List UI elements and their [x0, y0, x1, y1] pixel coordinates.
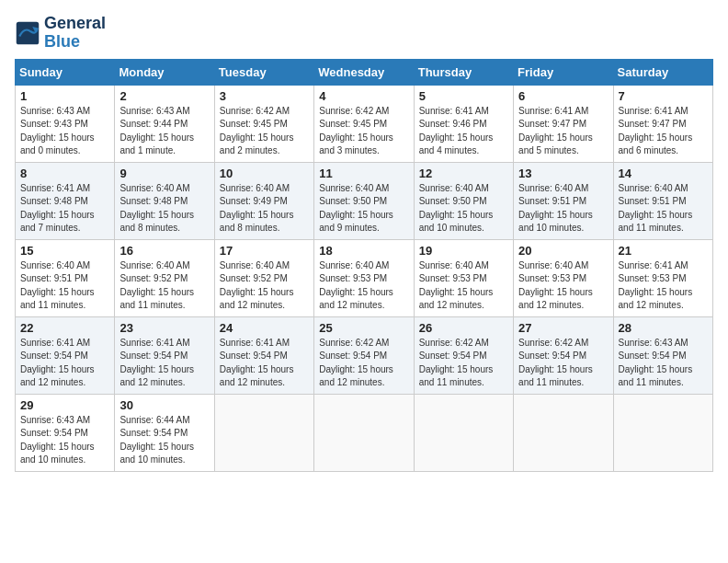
calendar-cell [613, 394, 712, 471]
calendar-cell: 7Sunrise: 6:41 AMSunset: 9:47 PMDaylight… [613, 85, 712, 162]
day-number: 8 [20, 167, 109, 180]
calendar-header-friday: Friday [514, 59, 613, 85]
day-info: Sunrise: 6:40 AMSunset: 9:48 PMDaylight:… [119, 182, 209, 236]
day-info: Sunrise: 6:40 AMSunset: 9:53 PMDaylight:… [319, 259, 408, 313]
day-number: 26 [419, 321, 508, 335]
day-number: 22 [20, 321, 109, 335]
day-number: 5 [419, 89, 508, 103]
calendar-cell: 10Sunrise: 6:40 AMSunset: 9:49 PMDayligh… [214, 162, 313, 239]
calendar-header-saturday: Saturday [613, 59, 712, 85]
day-info: Sunrise: 6:42 AMSunset: 9:54 PMDaylight:… [319, 337, 408, 390]
day-number: 15 [20, 244, 109, 258]
day-number: 28 [619, 321, 708, 335]
calendar-body: 1Sunrise: 6:43 AMSunset: 9:43 PMDaylight… [16, 85, 713, 471]
calendar-week-row: 8Sunrise: 6:41 AMSunset: 9:48 PMDaylight… [16, 162, 713, 239]
calendar-cell: 15Sunrise: 6:40 AMSunset: 9:51 PMDayligh… [16, 239, 115, 316]
page-header: GeneralBlue [15, 15, 713, 52]
day-info: Sunrise: 6:40 AMSunset: 9:51 PMDaylight:… [518, 182, 608, 236]
day-number: 10 [220, 167, 309, 180]
day-info: Sunrise: 6:40 AMSunset: 9:52 PMDaylight:… [220, 259, 309, 313]
calendar-header-tuesday: Tuesday [214, 59, 313, 85]
day-info: Sunrise: 6:40 AMSunset: 9:51 PMDaylight:… [619, 182, 708, 236]
day-number: 17 [220, 244, 309, 258]
day-info: Sunrise: 6:41 AMSunset: 9:54 PMDaylight:… [20, 337, 109, 390]
day-info: Sunrise: 6:40 AMSunset: 9:50 PMDaylight:… [319, 182, 408, 236]
calendar-cell: 27Sunrise: 6:42 AMSunset: 9:54 PMDayligh… [514, 316, 613, 394]
day-number: 19 [419, 244, 508, 258]
logo: GeneralBlue [15, 15, 106, 52]
calendar-cell: 2Sunrise: 6:43 AMSunset: 9:44 PMDaylight… [115, 85, 214, 162]
day-info: Sunrise: 6:40 AMSunset: 9:53 PMDaylight:… [518, 259, 608, 313]
day-info: Sunrise: 6:42 AMSunset: 9:45 PMDaylight:… [220, 105, 309, 158]
day-number: 9 [119, 167, 209, 180]
day-number: 21 [619, 244, 708, 258]
day-info: Sunrise: 6:40 AMSunset: 9:50 PMDaylight:… [419, 182, 508, 236]
day-info: Sunrise: 6:40 AMSunset: 9:49 PMDaylight:… [220, 182, 309, 236]
day-info: Sunrise: 6:42 AMSunset: 9:45 PMDaylight:… [319, 105, 408, 158]
day-number: 23 [119, 321, 209, 335]
day-info: Sunrise: 6:42 AMSunset: 9:54 PMDaylight:… [518, 337, 608, 390]
calendar-header-sunday: Sunday [16, 59, 115, 85]
calendar-cell: 21Sunrise: 6:41 AMSunset: 9:53 PMDayligh… [613, 239, 712, 316]
calendar-cell: 3Sunrise: 6:42 AMSunset: 9:45 PMDaylight… [214, 85, 313, 162]
calendar-week-row: 22Sunrise: 6:41 AMSunset: 9:54 PMDayligh… [16, 316, 713, 394]
day-number: 18 [319, 244, 408, 258]
day-info: Sunrise: 6:40 AMSunset: 9:51 PMDaylight:… [20, 259, 109, 313]
calendar-cell: 20Sunrise: 6:40 AMSunset: 9:53 PMDayligh… [514, 239, 613, 316]
day-number: 6 [518, 89, 608, 103]
calendar-cell: 17Sunrise: 6:40 AMSunset: 9:52 PMDayligh… [214, 239, 313, 316]
calendar-cell: 12Sunrise: 6:40 AMSunset: 9:50 PMDayligh… [414, 162, 513, 239]
calendar-cell [514, 394, 613, 471]
calendar-cell [214, 394, 313, 471]
day-info: Sunrise: 6:41 AMSunset: 9:47 PMDaylight:… [619, 105, 708, 158]
day-info: Sunrise: 6:42 AMSunset: 9:54 PMDaylight:… [419, 337, 508, 390]
day-number: 14 [619, 167, 708, 180]
day-info: Sunrise: 6:41 AMSunset: 9:47 PMDaylight:… [518, 105, 608, 158]
calendar-cell: 30Sunrise: 6:44 AMSunset: 9:54 PMDayligh… [115, 394, 214, 471]
day-number: 24 [220, 321, 309, 335]
calendar-cell: 9Sunrise: 6:40 AMSunset: 9:48 PMDaylight… [115, 162, 214, 239]
day-info: Sunrise: 6:43 AMSunset: 9:44 PMDaylight:… [119, 105, 209, 158]
calendar-cell: 6Sunrise: 6:41 AMSunset: 9:47 PMDaylight… [514, 85, 613, 162]
calendar-table: SundayMondayTuesdayWednesdayThursdayFrid… [15, 59, 713, 472]
calendar-cell: 28Sunrise: 6:43 AMSunset: 9:54 PMDayligh… [613, 316, 712, 394]
calendar-cell: 8Sunrise: 6:41 AMSunset: 9:48 PMDaylight… [16, 162, 115, 239]
calendar-cell: 22Sunrise: 6:41 AMSunset: 9:54 PMDayligh… [16, 316, 115, 394]
calendar-week-row: 1Sunrise: 6:43 AMSunset: 9:43 PMDaylight… [16, 85, 713, 162]
day-number: 13 [518, 167, 608, 180]
day-number: 30 [119, 398, 209, 412]
day-info: Sunrise: 6:41 AMSunset: 9:54 PMDaylight:… [220, 337, 309, 390]
day-number: 3 [220, 89, 309, 103]
day-number: 2 [119, 89, 209, 103]
calendar-cell: 5Sunrise: 6:41 AMSunset: 9:46 PMDaylight… [414, 85, 513, 162]
calendar-cell: 18Sunrise: 6:40 AMSunset: 9:53 PMDayligh… [314, 239, 414, 316]
calendar-cell: 1Sunrise: 6:43 AMSunset: 9:43 PMDaylight… [16, 85, 115, 162]
day-info: Sunrise: 6:41 AMSunset: 9:53 PMDaylight:… [619, 259, 708, 313]
calendar-header-monday: Monday [115, 59, 214, 85]
day-number: 1 [20, 89, 109, 103]
day-number: 20 [518, 244, 608, 258]
calendar-cell: 14Sunrise: 6:40 AMSunset: 9:51 PMDayligh… [613, 162, 712, 239]
day-info: Sunrise: 6:43 AMSunset: 9:54 PMDaylight:… [20, 414, 109, 467]
day-info: Sunrise: 6:44 AMSunset: 9:54 PMDaylight:… [119, 414, 209, 467]
day-number: 16 [119, 244, 209, 258]
calendar-cell [414, 394, 513, 471]
calendar-cell: 23Sunrise: 6:41 AMSunset: 9:54 PMDayligh… [115, 316, 214, 394]
day-info: Sunrise: 6:40 AMSunset: 9:53 PMDaylight:… [419, 259, 508, 313]
calendar-cell: 29Sunrise: 6:43 AMSunset: 9:54 PMDayligh… [16, 394, 115, 471]
day-info: Sunrise: 6:43 AMSunset: 9:43 PMDaylight:… [20, 105, 109, 158]
day-info: Sunrise: 6:40 AMSunset: 9:52 PMDaylight:… [119, 259, 209, 313]
day-number: 12 [419, 167, 508, 180]
day-info: Sunrise: 6:43 AMSunset: 9:54 PMDaylight:… [619, 337, 708, 390]
day-number: 29 [20, 398, 109, 412]
calendar-cell [314, 394, 414, 471]
day-number: 4 [319, 89, 408, 103]
calendar-cell: 25Sunrise: 6:42 AMSunset: 9:54 PMDayligh… [314, 316, 414, 394]
calendar-week-row: 15Sunrise: 6:40 AMSunset: 9:51 PMDayligh… [16, 239, 713, 316]
day-info: Sunrise: 6:41 AMSunset: 9:54 PMDaylight:… [119, 337, 209, 390]
logo-icon [15, 20, 40, 46]
calendar-header-wednesday: Wednesday [314, 59, 414, 85]
day-number: 11 [319, 167, 408, 180]
logo-text: GeneralBlue [44, 15, 106, 52]
calendar-cell: 16Sunrise: 6:40 AMSunset: 9:52 PMDayligh… [115, 239, 214, 316]
